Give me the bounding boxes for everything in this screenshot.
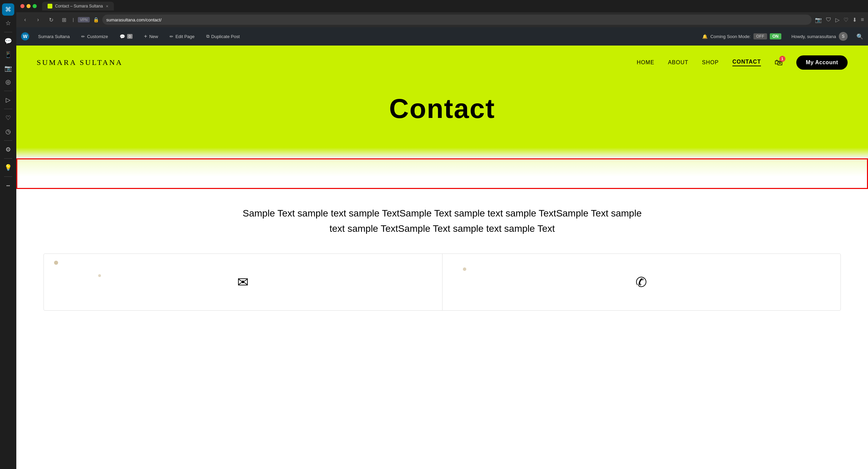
coming-soon-section: 🔔 Coming Soon Mode: OFF ON [702,33,781,39]
site-header: SUMARA SULTANA HOME ABOUT SHOP CONTACT 🛍… [16,46,868,80]
sidebar-icon-star[interactable]: ☆ [2,17,14,29]
edit-page-pencil-icon: ✏ [170,34,173,39]
send-icon: ▷ [6,96,11,104]
minimize-button[interactable] [27,4,31,8]
site-name-link[interactable]: Sumara Sultana [35,32,72,41]
comments-bubble-icon: 💬 [120,34,125,39]
nav-home[interactable]: HOME [637,59,654,66]
toggle-on-button[interactable]: ON [770,33,781,39]
new-plus-icon: + [144,33,147,39]
shield-icon[interactable]: 🛡 [826,17,831,23]
sidebar-icon-heart[interactable]: ♡ [2,112,14,124]
sidebar-divider-6 [4,176,12,177]
email-icon: ✉ [237,274,249,290]
sidebar-icon-clock[interactable]: ◷ [2,125,14,138]
decorative-dot-3 [463,267,466,271]
sample-text: Sample Text sample text sample TextSampl… [238,206,646,237]
more-icon: ••• [6,184,10,188]
email-card: ✉ [44,254,442,310]
browser-tab[interactable]: Contact – Sumara Sultana ✕ [42,2,114,11]
heart-nav-icon[interactable]: ♡ [844,17,848,23]
comments-count: 0 [127,34,133,39]
address-bar[interactable]: sumarasultana.com/contact/ [102,15,812,25]
download-icon[interactable]: ⬇ [852,17,857,23]
site-nav: HOME ABOUT SHOP CONTACT 🛍 1 My Account [637,55,848,70]
heart-icon: ♡ [5,114,11,122]
site-logo[interactable]: SUMARA SULTANA [37,58,123,67]
hero-section: Contact [16,80,868,158]
toggle-off-button[interactable]: OFF [753,33,767,39]
edit-page-link[interactable]: ✏ Edit Page [167,32,197,41]
tab-close-button[interactable]: ✕ [106,4,108,8]
back-button[interactable]: ‹ [20,15,30,24]
finder-icon: ⌘ [5,6,11,13]
tab-bar: Contact – Sumara Sultana ✕ [16,0,868,12]
fullscreen-button[interactable] [33,4,37,8]
browser-nav: ‹ › ↻ ⊞ | VPN 🔒 sumarasultana.com/contac… [16,12,868,27]
comments-link[interactable]: 💬 0 [117,32,135,41]
separator: | [73,17,74,22]
wp-logo-text: W [23,34,27,39]
admin-search-icon[interactable]: 🔍 [856,33,863,40]
bell-icon: 🔔 [702,34,708,39]
sidebar: ⌘ ☆ 💬 📱 📷 ◎ ▷ ♡ ◷ ⚙ 💡 ••• [0,0,16,311]
close-button[interactable] [20,4,24,8]
phone-card: ✆ [442,254,841,310]
page-title: Contact [16,93,868,124]
duplicate-icon: ⧉ [206,34,209,39]
tab-title: Contact – Sumara Sultana [55,4,103,8]
browser-chrome: Contact – Sumara Sultana ✕ ‹ › ↻ ⊞ | VPN… [16,0,868,27]
sidebar-icon-settings[interactable]: ⚙ [2,143,14,156]
customize-pencil-icon: ✏ [81,34,85,39]
sidebar-divider-4 [4,140,12,141]
sidebar-icon-finder[interactable]: ⌘ [2,3,14,16]
browser-nav-icons: 📷 🛡 ▷ ♡ ⬇ ≡ [815,17,864,23]
vpn-badge: VPN [78,17,90,22]
howdy-text: Howdy, sumarasultana [792,34,836,39]
tab-favicon [48,4,52,8]
play-icon[interactable]: ▷ [835,17,839,23]
red-outline-section [16,158,868,189]
contact-cards: ✉ ✆ [44,254,841,311]
traffic-lights [20,4,37,8]
nav-about[interactable]: ABOUT [668,59,688,66]
sidebar-icon-lightbulb[interactable]: 💡 [2,161,14,174]
sidebar-divider-5 [4,158,12,159]
wp-admin-bar: W Sumara Sultana ✏ Customize 💬 0 + New ✏… [16,27,868,46]
location-icon: ◎ [5,78,11,86]
camera-icon[interactable]: 📷 [815,17,822,23]
nav-shop[interactable]: SHOP [702,59,719,66]
hamburger-icon[interactable]: ≡ [861,17,864,23]
forward-button[interactable]: › [33,15,43,24]
sidebar-divider-1 [4,32,12,32]
phone-icon: ✆ [636,274,647,290]
new-text: New [149,34,158,39]
my-account-button[interactable]: My Account [796,55,848,70]
instagram-icon: 📷 [4,65,12,72]
cart-icon[interactable]: 🛍 1 [775,58,783,67]
whatsapp-icon: 📱 [4,51,12,58]
user-avatar: S [839,32,848,41]
settings-icon: ⚙ [5,146,11,153]
wp-logo[interactable]: W [21,32,29,40]
url-text: sumarasultana.com/contact/ [106,17,162,22]
nav-contact[interactable]: CONTACT [732,59,761,66]
new-link[interactable]: + New [141,31,161,41]
sidebar-icon-more[interactable]: ••• [2,179,14,192]
clock-icon: ◷ [5,128,11,135]
customize-link[interactable]: ✏ Customize [79,32,110,41]
coming-soon-label: Coming Soon Mode: [710,34,751,39]
sidebar-icon-send[interactable]: ▷ [2,94,14,106]
decorative-dot-1 [54,261,58,265]
howdy-section[interactable]: Howdy, sumarasultana S [792,32,848,41]
content-section: Sample Text sample text sample TextSampl… [16,189,868,254]
duplicate-post-link[interactable]: ⧉ Duplicate Post [204,32,243,41]
reload-button[interactable]: ↻ [46,15,56,24]
sidebar-icon-messenger[interactable]: 💬 [2,35,14,47]
sidebar-icon-whatsapp[interactable]: 📱 [2,49,14,61]
cart-count-badge: 1 [779,56,785,62]
sidebar-icon-instagram[interactable]: 📷 [2,62,14,74]
sidebar-divider-3 [4,109,12,109]
sidebar-icon-location[interactable]: ◎ [2,76,14,88]
grid-button[interactable]: ⊞ [59,15,69,24]
